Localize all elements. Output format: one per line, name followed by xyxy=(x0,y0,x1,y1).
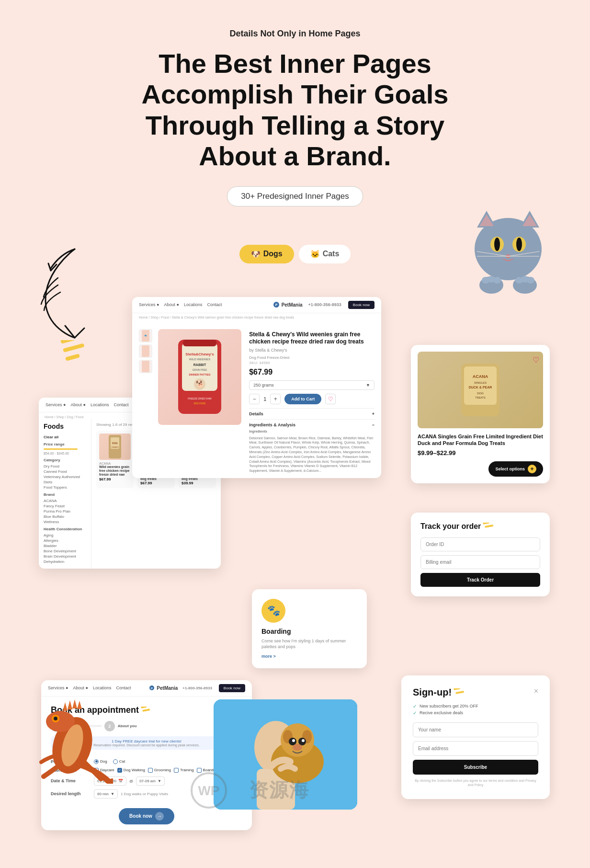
wishlist-btn[interactable]: ♡ xyxy=(325,394,336,404)
qty-plus[interactable]: + xyxy=(270,394,281,404)
signup-name-input[interactable] xyxy=(413,722,538,737)
product-logo: P PetMania +1-800-356-8933 Book now xyxy=(273,301,374,309)
thumb-1[interactable]: 🐟 xyxy=(139,329,152,343)
product-breadcrumb: Home / Shop / Food / Stella & Chewy's Wi… xyxy=(132,313,381,321)
details-row: Details + xyxy=(249,408,374,416)
subscribe-btn[interactable]: Subscribe xyxy=(413,760,538,775)
brand-wellness[interactable]: Wellness xyxy=(44,520,86,524)
cb-grooming[interactable]: Grooming xyxy=(148,768,171,773)
svg-text:TREATS: TREATS xyxy=(475,396,486,399)
health-brain[interactable]: Brain Development xyxy=(44,554,86,559)
brand-blue-buffalo[interactable]: Blue Buffalo xyxy=(44,514,86,519)
more-link[interactable]: more > xyxy=(261,654,357,659)
health-label: Health Consideration xyxy=(44,527,86,531)
svg-marker-89 xyxy=(63,702,68,711)
svg-point-82 xyxy=(292,739,295,742)
health-bladder[interactable]: Bladder xyxy=(44,544,86,548)
thumb-2[interactable] xyxy=(139,344,152,358)
svg-text:ACANA: ACANA xyxy=(473,374,488,379)
radio-cat-btn[interactable] xyxy=(113,759,118,764)
qty-value: 1 xyxy=(263,396,266,402)
svg-rect-2 xyxy=(65,354,80,361)
category-dry-food[interactable]: Dry Food xyxy=(44,464,86,468)
qty-minus[interactable]: − xyxy=(249,394,260,404)
category-vet-auth[interactable]: Veterinary Authorized xyxy=(44,475,86,479)
product-item-1[interactable]: DOG TREATS ACANA Wild weenies grain free… xyxy=(96,431,134,489)
length-input[interactable]: 60 min ▼ xyxy=(94,789,118,799)
product-brand-1: ACANA xyxy=(99,462,131,465)
svg-point-83 xyxy=(302,739,305,742)
product-price-1: $67.99 xyxy=(99,477,131,481)
step-2-label: About you xyxy=(118,724,137,728)
radio-cat[interactable]: Cat xyxy=(113,759,125,764)
brand-fancy-feast[interactable]: Fancy Feast xyxy=(44,504,86,508)
cb-grooming-box[interactable] xyxy=(148,768,153,773)
brand-label: Brand xyxy=(44,492,86,497)
svg-text:GRAIN FREE: GRAIN FREE xyxy=(193,368,207,371)
product-book-btn[interactable]: Book now xyxy=(348,301,374,309)
check-icon-2: ✓ xyxy=(413,710,417,716)
health-bone[interactable]: Bone Development xyxy=(44,549,86,553)
health-dehydration[interactable]: Dehydration xyxy=(44,560,86,564)
booking-book-btn[interactable]: Book now → xyxy=(119,808,174,824)
main-product-image: Stella&Chewy's WILD WEENIES RABBIT GRAIN… xyxy=(158,329,241,425)
time-input[interactable]: 07-09 am ▼ xyxy=(136,777,165,786)
brand-acana[interactable]: ACANA xyxy=(44,499,86,503)
health-allergies[interactable]: Allergies xyxy=(44,538,86,543)
svg-text:DINNER PATTIES: DINNER PATTIES xyxy=(189,373,211,376)
signup-email-input[interactable] xyxy=(413,741,538,756)
ingredients-title: Ingredients xyxy=(249,429,374,434)
svg-text:WP: WP xyxy=(198,783,219,798)
product-title: Stella & Chewy's Wild weenies grain free… xyxy=(249,331,374,346)
service-desc: Come see how I'm styling 1 days of summe… xyxy=(261,638,357,650)
header-subtitle: Details Not Only in Home Pages xyxy=(108,29,482,39)
category-canned-food[interactable]: Canned Food xyxy=(44,469,86,474)
cb-dog-walking-box[interactable] xyxy=(117,768,122,773)
product-sku: SKU: 34589 xyxy=(249,361,374,365)
billing-email-input[interactable] xyxy=(420,555,540,569)
select-options-btn[interactable]: Select options + xyxy=(488,461,543,477)
booking-logo: P PetMania +1-800-356-8933 Book now xyxy=(149,684,245,692)
desired-length-label: Desired length xyxy=(51,791,89,796)
tabs-row: 🐶 Dogs 🐱 Cats xyxy=(239,245,351,263)
tab-dogs[interactable]: 🐶 Dogs xyxy=(239,245,294,263)
cb-training-box[interactable] xyxy=(174,768,179,773)
weight-selector[interactable]: 250 grams ▼ xyxy=(249,380,374,390)
health-aging[interactable]: Aging xyxy=(44,533,86,537)
category-food-toppers[interactable]: Food Toppers xyxy=(44,485,86,490)
brand-purina[interactable]: Purina Pro Plan xyxy=(44,509,86,514)
track-order-btn[interactable]: Track Order xyxy=(420,573,540,587)
booking-deco xyxy=(141,707,151,713)
order-id-input[interactable] xyxy=(420,537,540,551)
acana-image: ♡ ACANA SINGLES DUCK & PEAR DOG TREATS xyxy=(418,352,543,428)
svg-text:SINGLES: SINGLES xyxy=(474,381,487,384)
track-order-card: Track your order Track Order xyxy=(411,513,550,596)
acana-card: ♡ ACANA SINGLES DUCK & PEAR DOG TREATS A… xyxy=(411,345,550,484)
svg-text:DOG FOOD: DOG FOOD xyxy=(194,402,206,405)
signup-close-btn[interactable]: × xyxy=(534,687,538,696)
signup-deco xyxy=(454,688,466,696)
length-select-row: 60 min ▼ 1 Dog walks or Puppy Visits xyxy=(94,789,168,799)
svg-rect-47 xyxy=(183,340,216,346)
cat-emoji: 🐱 xyxy=(310,250,320,259)
qty-row: − 1 + Add to Cart ♡ xyxy=(249,394,374,404)
booking-nav-book-btn[interactable]: Book now xyxy=(219,684,245,692)
wp-cn-text: 资源海 xyxy=(249,777,309,803)
svg-text:🐟: 🐟 xyxy=(144,334,148,337)
cb-dog-walking[interactable]: Dog Walking xyxy=(117,768,145,773)
svg-text:RABBIT: RABBIT xyxy=(193,363,206,366)
clear-all[interactable]: Clear all xyxy=(44,435,58,439)
signup-perk-1: ✓ New subscribers get 20% OFF xyxy=(413,704,538,709)
track-title: Track your order xyxy=(420,522,540,531)
svg-text:DOG: DOG xyxy=(477,392,484,395)
thumb-3[interactable] xyxy=(139,360,152,373)
category-diets[interactable]: Diets xyxy=(44,480,86,484)
tab-cats[interactable]: 🐱 Cats xyxy=(299,245,351,263)
header-section: Details Not Only in Home Pages The Best … xyxy=(108,29,482,226)
add-to-cart-btn[interactable]: Add to Cart xyxy=(284,394,321,404)
product-category: Dog Food Freeze-Dried xyxy=(249,355,374,360)
acana-heart[interactable]: ♡ xyxy=(533,355,539,365)
svg-point-11 xyxy=(516,238,522,251)
check-icon-1: ✓ xyxy=(413,704,417,709)
ingredients-row: Ingredients & Analysis − Ingredients Deb… xyxy=(249,419,374,473)
